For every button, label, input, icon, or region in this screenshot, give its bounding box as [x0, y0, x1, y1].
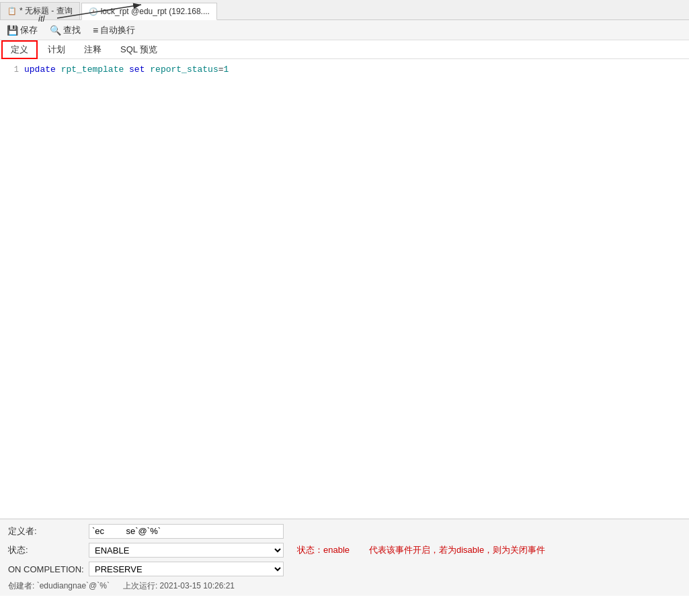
- save-icon: 💾: [7, 25, 18, 36]
- definer-label: 定义者:: [8, 523, 89, 539]
- auto-wrap-button[interactable]: ≡ 自动换行: [90, 23, 138, 38]
- tab-lock-rpt-label: lock_rpt @edu_rpt (192.168....: [101, 7, 210, 16]
- on-completion-select[interactable]: PRESERVE NOT PRESERVE: [89, 562, 284, 576]
- definer-row: 定义者:: [8, 523, 681, 539]
- find-icon: 🔍: [50, 25, 61, 36]
- code-equals: =: [218, 63, 224, 77]
- toolbar: 💾 保存 🔍 查找 ≡ 自动换行: [0, 20, 689, 40]
- find-button[interactable]: 🔍 查找: [47, 23, 83, 38]
- subtab-sql-preview-label: SQL 预览: [120, 44, 157, 54]
- status-select[interactable]: ENABLE DISABLE: [89, 543, 284, 558]
- bottom-panel: 定义者: 状态: ENABLE DISABLE 状态：enable 代表该事件开…: [0, 519, 689, 596]
- subtab-plan-label: 计划: [48, 44, 65, 54]
- save-button[interactable]: 💾 保存: [4, 23, 40, 38]
- subtab-comment-label: 注释: [84, 44, 102, 54]
- on-completion-label: ON COMPLETION:: [8, 562, 89, 577]
- editor-wrapper[interactable]: 1 update rpt_template set report_status …: [0, 59, 689, 519]
- save-label: 保存: [20, 24, 38, 36]
- tab-lock-rpt[interactable]: 🕐 lock_rpt @edu_rpt (192.168....: [81, 3, 217, 20]
- find-label: 查找: [63, 24, 81, 36]
- code-table-name: rpt_template: [61, 63, 124, 77]
- code-keyword-set: set: [129, 63, 145, 77]
- subtab-definition-label: 定义: [11, 44, 28, 54]
- tab-bar: 📋 * 无标题 - 查询 🕐 lock_rpt @edu_rpt (192.16…: [0, 0, 689, 20]
- status-label: 状态:: [8, 542, 89, 558]
- code-line-1: 1 update rpt_template set report_status …: [5, 63, 684, 77]
- subtab-definition[interactable]: 定义: [1, 40, 38, 59]
- status-note-detail: 代表该事件开启，若为disable，则为关闭事件: [369, 545, 545, 555]
- code-keyword-update: update: [24, 63, 56, 77]
- subtab-comment[interactable]: 注释: [75, 41, 110, 58]
- code-value-1: 1: [224, 63, 229, 77]
- bottom-status-row: 创建者: `edudiangnae`@`%` 上次运行: 2021-03-15 …: [8, 580, 681, 592]
- creator-label: 创建者: `edudiangnae`@`%`: [8, 581, 110, 590]
- definer-input[interactable]: [89, 524, 284, 539]
- status-row: 状态: ENABLE DISABLE 状态：enable 代表该事件开启，若为d…: [8, 542, 681, 558]
- code-column-name: report_status: [150, 63, 218, 77]
- auto-wrap-icon: ≡: [93, 25, 98, 36]
- editor-area[interactable]: 1 update rpt_template set report_status …: [0, 59, 689, 81]
- subtab-plan[interactable]: 计划: [39, 41, 74, 58]
- subtab-sql-preview[interactable]: SQL 预览: [112, 41, 166, 58]
- clock-icon: 🕐: [89, 7, 98, 16]
- tab-untitled-label: * 无标题 - 查询: [19, 5, 73, 17]
- line-number-1: 1: [5, 64, 24, 77]
- last-run-label: 上次运行: 2021-03-15 10:26:21: [123, 581, 235, 590]
- on-completion-row: ON COMPLETION: PRESERVE NOT PRESERVE: [8, 562, 681, 577]
- auto-wrap-label: 自动换行: [100, 24, 135, 36]
- status-note: 状态：enable 代表该事件开启，若为disable，则为关闭事件: [297, 542, 545, 558]
- content-area: 💾 保存 🔍 查找 ≡ 自动换行 定义 计划 注释: [0, 20, 689, 596]
- sub-tab-bar: 定义 计划 注释 SQL 预览: [0, 40, 689, 59]
- table-icon: 📋: [7, 7, 17, 15]
- main-container: 📋 * 无标题 - 查询 🕐 lock_rpt @edu_rpt (192.16…: [0, 0, 689, 596]
- tab-untitled-query[interactable]: 📋 * 无标题 - 查询: [0, 2, 80, 19]
